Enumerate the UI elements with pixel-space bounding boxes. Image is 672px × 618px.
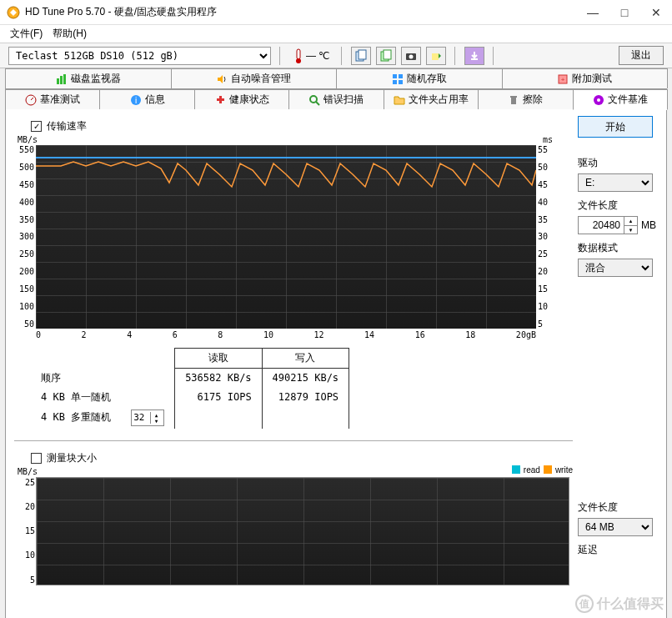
close-button[interactable]: ✕ — [650, 6, 662, 19]
tab-erase[interactable]: 擦除 — [478, 89, 573, 109]
svg-rect-9 — [432, 53, 439, 60]
seq-read-value: 536582 KB/s — [175, 369, 262, 388]
watermark: 值 什么值得买 — [575, 595, 664, 613]
block-size-header: 测量块大小 — [14, 448, 573, 469]
svg-rect-15 — [399, 74, 403, 78]
tab-extra-tests[interactable]: +附加测试 — [502, 68, 669, 88]
tab-file-benchmark[interactable]: 文件基准 — [573, 89, 668, 110]
minimize-button[interactable]: — — [587, 6, 599, 19]
chart1-unit-left: MB/s — [18, 135, 38, 144]
row-sequential: 顺序 — [31, 369, 121, 388]
svg-rect-11 — [57, 78, 59, 84]
tab-label: 附加测试 — [572, 72, 612, 86]
tab-label: 自动噪音管理 — [231, 72, 291, 86]
drive-label: 驱动 — [578, 156, 658, 170]
main-column: ✓ 传输速率 MB/s ms 5505004504003503002502001… — [6, 109, 578, 618]
chart1-x-axis: 02468101214161820gB — [36, 330, 536, 339]
tab-benchmark[interactable]: 基准测试 — [5, 89, 100, 109]
tabs-row-2: 基准测试 i信息 健康状态 错误扫描 文件夹占用率 擦除 文件基准 — [5, 89, 667, 109]
row-4k-single: 4 KB 单一随机 — [31, 388, 121, 407]
filelen2-label: 文件长度 — [578, 500, 658, 515]
svg-point-2 — [296, 58, 301, 63]
single-write-value: 12879 IOPS — [262, 388, 349, 407]
separator — [341, 47, 343, 65]
results-table: 读取写入 顺序536582 KB/s490215 KB/s 4 KB 单一随机6… — [31, 348, 573, 429]
menu-file[interactable]: 文件(F) — [5, 25, 48, 43]
queue-depth-spinner[interactable]: 32▲▼ — [131, 409, 164, 426]
screenshot-button[interactable] — [401, 47, 421, 65]
tab-label: 文件基准 — [608, 93, 648, 107]
tab-label: 错误扫描 — [323, 93, 364, 107]
svg-rect-17 — [399, 80, 403, 84]
chart1-orange-line — [36, 145, 536, 312]
tab-random-access[interactable]: 随机存取 — [336, 68, 503, 88]
svg-rect-6 — [384, 50, 391, 59]
svg-text:+: + — [561, 76, 565, 83]
svg-rect-10 — [471, 58, 478, 60]
tab-label: 健康状态 — [229, 93, 269, 107]
drive-letter-select[interactable]: E: — [578, 173, 653, 192]
maximize-button[interactable]: □ — [619, 6, 630, 19]
filelen-stepper[interactable]: ▲▼ — [624, 216, 638, 234]
col-write: 写入 — [262, 349, 349, 369]
watermark-badge-icon: 值 — [575, 595, 594, 613]
chart1-y-right: 555045403530252015105 — [538, 145, 553, 329]
svg-point-23 — [310, 96, 317, 103]
svg-text:i: i — [135, 96, 137, 105]
temperature-display: — ℃ — [289, 48, 333, 64]
chart2-y-left: 252015105 — [17, 478, 35, 585]
transfer-rate-checkbox[interactable]: ✓ — [31, 121, 42, 132]
chart2-legend: read write — [512, 465, 573, 475]
transfer-rate-header: ✓ 传输速率 — [14, 116, 573, 137]
svg-rect-13 — [63, 74, 66, 84]
temperature-value: — ℃ — [306, 50, 329, 62]
svg-point-28 — [597, 98, 600, 102]
tabs-row-1: 磁盘监视器 自动噪音管理 随机存取 +附加测试 — [5, 68, 667, 89]
svg-rect-4 — [359, 50, 366, 59]
tab-aam[interactable]: 自动噪音管理 — [171, 68, 338, 88]
separator — [454, 47, 456, 65]
svg-rect-26 — [510, 96, 517, 98]
copy-info-button[interactable] — [351, 47, 371, 65]
chart-block-size: 252015105 — [36, 477, 569, 585]
tab-label: 磁盘监视器 — [71, 72, 121, 86]
svg-rect-1 — [297, 49, 300, 59]
legend-read-swatch — [512, 465, 520, 474]
drive-select[interactable]: Teclast 512GB DS10 (512 gB) — [8, 47, 271, 65]
filelen2-select[interactable]: 64 MB — [578, 518, 653, 536]
datamode-label: 数据模式 — [578, 241, 658, 255]
transfer-rate-label: 传输速率 — [47, 119, 87, 133]
app-icon — [7, 6, 20, 19]
legend-write-swatch — [544, 465, 552, 474]
copy-screenshot-button[interactable] — [376, 47, 396, 65]
window-title: HD Tune Pro 5.70 - 硬盘/固态硬盘实用程序 — [25, 5, 587, 19]
content-area: ✓ 传输速率 MB/s ms 5505004504003503002502001… — [5, 109, 667, 618]
chart2-unit-left: MB/s — [18, 467, 38, 476]
chart-transfer-rate: 55050045040035030025020015010050 5550454… — [36, 145, 536, 329]
svg-line-24 — [316, 102, 319, 105]
exit-button[interactable]: 退出 — [619, 46, 664, 65]
titlebar: HD Tune Pro 5.70 - 硬盘/固态硬盘实用程序 — □ ✕ — [0, 0, 672, 25]
tab-label: 信息 — [145, 93, 165, 107]
tab-info[interactable]: i信息 — [99, 89, 194, 109]
separator — [279, 47, 281, 65]
tab-error-scan[interactable]: 错误扫描 — [288, 89, 384, 109]
filelen-input[interactable] — [578, 216, 624, 234]
datamode-select[interactable]: 混合 — [578, 259, 653, 277]
filelen-unit: MB — [641, 219, 656, 231]
toolbar: Teclast 512GB DS10 (512 gB) — ℃ 退出 — [0, 43, 672, 68]
filelen-label: 文件长度 — [578, 198, 658, 213]
start-button[interactable]: 开始 — [578, 116, 653, 138]
svg-rect-12 — [60, 76, 63, 84]
tab-disk-monitor[interactable]: 磁盘监视器 — [5, 68, 172, 88]
tab-folder-usage[interactable]: 文件夹占用率 — [384, 89, 479, 109]
separator — [493, 47, 494, 65]
save-button[interactable] — [464, 47, 484, 65]
tab-label: 擦除 — [523, 93, 543, 107]
thermometer-icon — [293, 48, 304, 64]
block-size-checkbox[interactable] — [31, 453, 42, 464]
menu-help[interactable]: 帮助(H) — [48, 25, 92, 43]
tab-health[interactable]: 健康状态 — [194, 89, 289, 109]
options-button[interactable] — [426, 47, 446, 65]
svg-rect-14 — [393, 74, 397, 78]
